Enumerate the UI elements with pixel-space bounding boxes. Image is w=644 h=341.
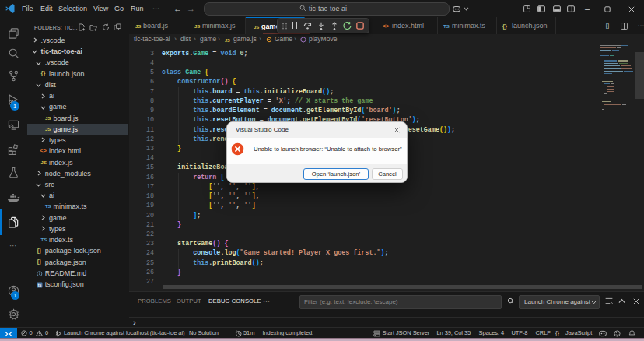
svg-text:1: 1 xyxy=(13,103,16,110)
svg-text:1: 1 xyxy=(14,293,17,298)
svg-text:ts: ts xyxy=(38,283,42,287)
